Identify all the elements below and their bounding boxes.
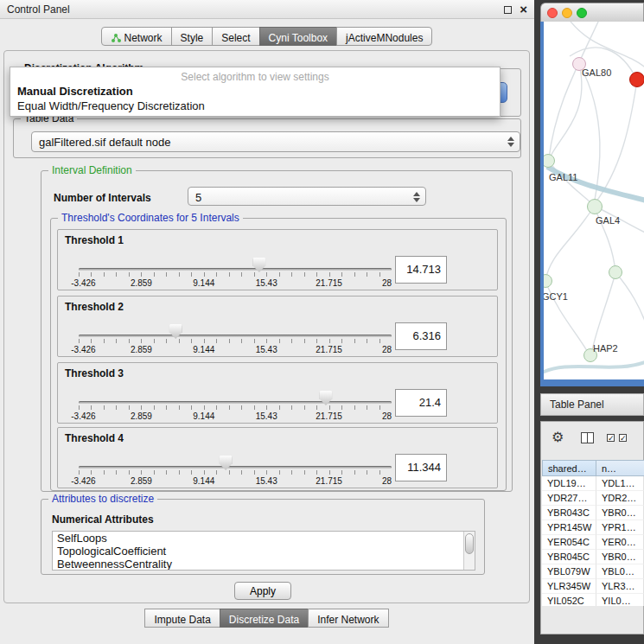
slider-scale: -3.4262.8599.14415.4321.71528 [79,476,392,487]
table-row[interactable]: YPR145W YPR1… [542,520,644,535]
table-row[interactable]: YLR345W YLR3… [542,579,644,594]
network-node[interactable] [587,199,603,214]
popup-option-manual-discretization[interactable]: Manual Discretization [10,83,500,98]
cell-shared-name: YER054C [542,535,596,550]
tab-cyni-toolbox[interactable]: Cyni Toolbox [259,27,337,46]
scale-label: 2.859 [131,476,152,486]
network-node-label: GCY1 [544,291,568,302]
column-header-shared-name[interactable]: shared… [542,460,596,476]
threshold-2-panel: Threshold 2 -3.4262.8599.14415.4321.7152… [57,296,498,357]
cell-name: YPR1… [596,520,644,535]
scale-label: 15.43 [256,345,277,354]
threshold-2-slider[interactable]: -3.4262.8599.14415.4321.71528 [79,322,392,357]
slider-track [79,335,392,337]
scale-label: 9.144 [193,278,214,288]
threshold-3-value-field[interactable]: 21.4 [395,389,447,417]
list-item[interactable]: SelfLoops [53,532,475,545]
control-panel-titlebar: Control Panel × [0,0,534,19]
numerical-attributes-list[interactable]: SelfLoopsTopologicalCoefficientBetweenne… [52,531,475,571]
tab-label: Cyni Toolbox [269,32,328,44]
list-scrollbar[interactable] [463,532,475,570]
columns-icon[interactable] [581,432,594,443]
network-icon [111,33,121,43]
tab-label: Impute Data [154,614,210,626]
list-item[interactable]: BetweennessCentrality [53,558,475,571]
scale-label: -3.426 [71,476,95,486]
slider-ticks [79,339,392,343]
tab-infer-network[interactable]: Infer Network [308,609,388,628]
deselect-all-checkbox-icon[interactable]: ✓ [619,434,627,442]
scale-label: 21.715 [316,345,342,354]
table-row[interactable]: YIL052C YIL0… [542,594,644,606]
scale-label: 9.144 [193,411,214,421]
threshold-2-label: Threshold 2 [65,301,124,313]
threshold-1-label: Threshold 1 [65,234,124,246]
threshold-4-label: Threshold 4 [65,432,124,444]
table-row[interactable]: YER054C YER0… [542,535,644,550]
network-canvas[interactable]: GAL80 GAL11 GAL4 GCY1 [544,22,644,379]
scale-label: 21.715 [316,278,342,288]
table-row[interactable]: YBR043C YBR0… [542,506,644,520]
tab-jactivemnodules[interactable]: jActiveMNodules [336,27,432,46]
number-of-intervals-combo[interactable]: 5 [188,187,426,206]
group-label: Attributes to discretize [48,493,157,505]
threshold-3-panel: Threshold 3 -3.4262.8599.14415.4321.7152… [57,362,498,424]
gear-icon[interactable]: ⚙ [552,429,564,445]
network-node[interactable] [609,265,622,279]
scrollbar-thumb[interactable] [465,533,474,554]
select-all-checkbox-icon[interactable]: ✓ [607,434,615,442]
group-label: Threshold's Coordinates for 5 Intervals [58,212,243,224]
float-window-icon[interactable] [504,6,512,14]
threshold-1-value-field[interactable]: 14.713 [395,256,447,284]
scale-label: 21.715 [316,476,342,486]
tab-network[interactable]: Network [101,27,172,46]
tab-label: Style [181,32,204,44]
scale-label: 2.859 [131,278,152,288]
tab-select[interactable]: Select [212,27,259,46]
scale-label: 2.859 [131,345,152,354]
cell-shared-name: YPR145W [542,520,596,535]
threshold-3-slider[interactable]: -3.4262.8599.14415.4321.71528 [79,389,392,424]
tab-discretize-data[interactable]: Discretize Data [220,609,309,628]
scale-label: 15.43 [256,476,277,486]
network-node[interactable] [544,154,555,168]
threshold-1-slider[interactable]: -3.4262.8599.14415.4321.71528 [79,256,392,290]
network-node[interactable] [629,72,644,87]
network-node-label: GAL11 [549,172,577,182]
cell-name: YDR2… [596,491,644,506]
minimize-traffic-light-icon[interactable] [562,8,572,18]
network-node-label: GAL80 [582,67,611,78]
network-node-label: HAP2 [593,343,618,354]
cell-shared-name: YBR043C [542,506,596,520]
popup-option-equal-width-frequency[interactable]: Equal Width/Frequency Discretization [10,98,500,112]
table-row[interactable]: YDL19… YDL1… [542,476,644,491]
close-window-icon[interactable]: × [520,2,527,16]
threshold-4-value-field[interactable]: 11.344 [395,454,447,481]
close-traffic-light-icon[interactable] [547,8,558,18]
apply-button[interactable]: Apply [234,582,291,600]
table-panel-titlebar: Table Panel [540,393,644,416]
tab-style[interactable]: Style [171,27,214,46]
slider-track [79,268,392,271]
number-of-intervals-label: Number of Intervals [54,192,151,204]
scale-label: -3.426 [71,345,95,354]
network-node[interactable] [544,274,552,288]
zoom-traffic-light-icon[interactable] [577,8,587,18]
table-header-row: shared… n… [542,460,644,476]
tab-label: Network [124,32,163,44]
scale-label: 28 [382,476,392,486]
control-panel-window: Control Panel × Network Style Select Cyn… [0,0,534,644]
list-item[interactable]: TopologicalCoefficient [53,545,475,558]
tab-impute-data[interactable]: Impute Data [144,609,220,628]
table-row[interactable]: YDR27… YDR2… [542,491,644,506]
table-row[interactable]: YBL079W YBL0… [542,564,644,579]
threshold-4-panel: Threshold 4 -3.4262.8599.14415.4321.7152… [57,427,498,488]
column-header-name[interactable]: n… [596,460,644,476]
threshold-4-slider[interactable]: -3.4262.8599.14415.4321.71528 [79,454,392,488]
table-row[interactable]: YBR045C YBR0… [542,550,644,564]
table-data-combo[interactable]: galFiltered.sif default node [31,131,520,152]
tab-label: Infer Network [317,614,379,626]
slider-track [79,466,392,469]
threshold-2-value-field[interactable]: 6.316 [395,322,447,350]
scale-label: 28 [382,278,392,288]
